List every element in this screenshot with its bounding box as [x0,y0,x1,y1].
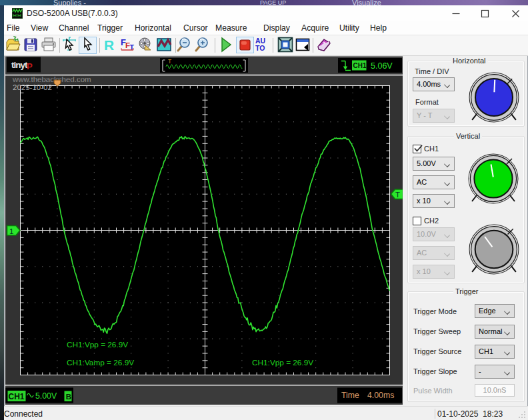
svg-text:T: T [168,58,171,65]
svg-text:5.06V: 5.06V [371,61,393,71]
svg-text:CH1:Vpp = 26.9V: CH1:Vpp = 26.9V [252,358,313,367]
svg-text:4.00ms: 4.00ms [367,391,394,400]
svg-text:www.thebackshed.com: www.thebackshed.com [12,75,91,83]
svg-text:P: P [27,61,33,71]
svg-text:Time: Time [341,391,359,400]
svg-text:1: 1 [9,227,13,235]
svg-text:2025-10-02: 2025-10-02 [13,83,52,91]
svg-text:CH1:Vpp = 26.9V: CH1:Vpp = 26.9V [67,340,128,349]
svg-text:CH1: CH1 [353,62,367,69]
svg-text:5.00V: 5.00V [35,391,57,401]
svg-text:B: B [66,393,71,401]
svg-text:T: T [395,191,400,199]
svg-text:tinyt: tinyt [11,60,28,70]
svg-text:CH1: CH1 [9,392,25,401]
svg-text:CH1:Vamp = 26.9V: CH1:Vamp = 26.9V [67,358,134,367]
